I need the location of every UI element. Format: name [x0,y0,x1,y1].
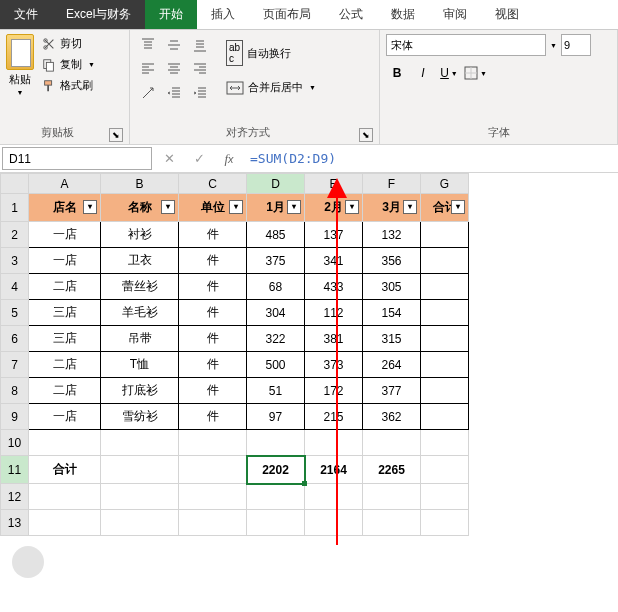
col-header-B[interactable]: B [101,174,179,194]
col-header-G[interactable]: G [421,174,469,194]
col-header-F[interactable]: F [363,174,421,194]
table-header-cell[interactable]: 合计▾ [421,194,469,222]
align-top-button[interactable] [136,34,160,56]
table-header-cell[interactable]: 1月▾ [247,194,305,222]
menu-tab-4[interactable]: 页面布局 [249,0,325,29]
data-cell[interactable]: 341 [305,248,363,274]
col-header-D[interactable]: D [247,174,305,194]
border-button[interactable]: ▼ [464,62,487,84]
data-cell[interactable]: 一店 [29,222,101,248]
data-cell[interactable]: 433 [305,274,363,300]
data-cell[interactable]: 154 [363,300,421,326]
row-header-12[interactable]: 12 [1,484,29,510]
data-cell[interactable]: 132 [363,222,421,248]
menu-tab-6[interactable]: 数据 [377,0,429,29]
table-header-cell[interactable]: 名称▾ [101,194,179,222]
filter-dropdown-icon[interactable]: ▾ [161,200,175,214]
data-cell[interactable]: 172 [305,378,363,404]
menu-tab-2[interactable]: 开始 [145,0,197,29]
menu-tab-8[interactable]: 视图 [481,0,533,29]
data-cell[interactable]: 112 [305,300,363,326]
data-cell[interactable]: 373 [305,352,363,378]
menu-tab-5[interactable]: 公式 [325,0,377,29]
data-cell[interactable]: 件 [179,300,247,326]
data-cell[interactable]: 500 [247,352,305,378]
data-cell[interactable]: 137 [305,222,363,248]
data-cell[interactable] [421,326,469,352]
align-middle-button[interactable] [162,34,186,56]
table-header-cell[interactable]: 3月▾ [363,194,421,222]
data-cell[interactable]: 件 [179,326,247,352]
empty-cell[interactable] [101,510,179,536]
data-cell[interactable] [421,404,469,430]
data-cell[interactable]: 二店 [29,274,101,300]
data-cell[interactable] [421,378,469,404]
align-center-button[interactable] [162,58,186,80]
row-header-9[interactable]: 9 [1,404,29,430]
data-cell[interactable] [421,300,469,326]
empty-cell[interactable] [179,484,247,510]
empty-cell[interactable] [363,484,421,510]
filter-dropdown-icon[interactable]: ▾ [451,200,465,214]
menu-tab-1[interactable]: Excel与财务 [52,0,145,29]
row-header-8[interactable]: 8 [1,378,29,404]
data-cell[interactable]: 362 [363,404,421,430]
clipboard-expand-icon[interactable]: ⬊ [109,128,123,142]
font-name-select[interactable] [386,34,546,56]
cancel-icon[interactable]: ✕ [154,151,184,166]
data-cell[interactable]: 二店 [29,378,101,404]
paste-button[interactable]: 粘贴 ▼ [6,34,34,123]
data-cell[interactable]: 264 [363,352,421,378]
row-header-6[interactable]: 6 [1,326,29,352]
data-cell[interactable] [421,248,469,274]
col-header-C[interactable]: C [179,174,247,194]
empty-cell[interactable] [101,430,179,456]
data-cell[interactable]: 485 [247,222,305,248]
empty-cell[interactable] [247,510,305,536]
italic-button[interactable]: I [412,62,434,84]
row-header-4[interactable]: 4 [1,274,29,300]
empty-cell[interactable] [29,510,101,536]
data-cell[interactable] [421,222,469,248]
filter-dropdown-icon[interactable]: ▾ [287,200,301,214]
empty-cell[interactable] [421,430,469,456]
underline-button[interactable]: U▼ [438,62,460,84]
empty-cell[interactable] [305,510,363,536]
row-header-13[interactable]: 13 [1,510,29,536]
data-cell[interactable]: 一店 [29,248,101,274]
align-right-button[interactable] [188,58,212,80]
data-cell[interactable]: 打底衫 [101,378,179,404]
align-left-button[interactable] [136,58,160,80]
data-cell[interactable]: 304 [247,300,305,326]
empty-cell[interactable] [421,456,469,484]
orientation-button[interactable] [136,82,160,104]
data-cell[interactable]: 件 [179,404,247,430]
empty-cell[interactable] [363,510,421,536]
spreadsheet-grid[interactable]: ABCDEFG1店名▾名称▾单位▾1月▾2月▾3月▾合计▾2一店衬衫件48513… [0,173,469,536]
data-cell[interactable]: 三店 [29,326,101,352]
data-cell[interactable]: T恤 [101,352,179,378]
empty-cell[interactable] [305,484,363,510]
data-cell[interactable]: 68 [247,274,305,300]
data-cell[interactable]: 蕾丝衫 [101,274,179,300]
bold-button[interactable]: B [386,62,408,84]
data-cell[interactable] [421,274,469,300]
data-cell[interactable]: 衬衫 [101,222,179,248]
data-cell[interactable]: 件 [179,222,247,248]
row-header-10[interactable]: 10 [1,430,29,456]
data-cell[interactable]: 件 [179,274,247,300]
merge-center-button[interactable]: 合并后居中▼ [222,74,320,101]
data-cell[interactable]: 322 [247,326,305,352]
filter-dropdown-icon[interactable]: ▾ [229,200,243,214]
data-cell[interactable]: 雪纺衫 [101,404,179,430]
empty-cell[interactable] [29,484,101,510]
row-header-2[interactable]: 2 [1,222,29,248]
selected-cell[interactable]: 2202 [247,456,305,484]
data-cell[interactable]: 吊带 [101,326,179,352]
empty-cell[interactable] [421,484,469,510]
empty-cell[interactable] [363,430,421,456]
empty-cell[interactable] [101,456,179,484]
total-cell[interactable]: 2265 [363,456,421,484]
menu-tab-7[interactable]: 审阅 [429,0,481,29]
filter-dropdown-icon[interactable]: ▾ [345,200,359,214]
